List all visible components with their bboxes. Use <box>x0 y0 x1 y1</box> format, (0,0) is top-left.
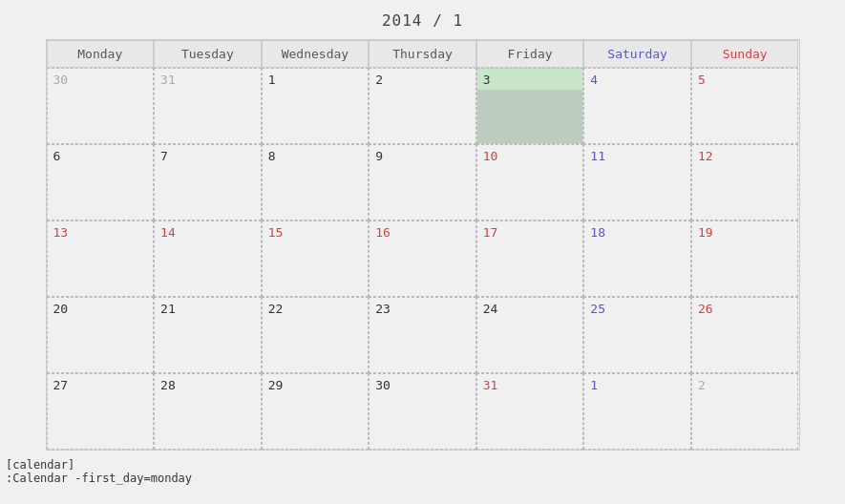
day-cell[interactable]: 5 <box>691 68 799 144</box>
day-number: 8 <box>268 149 276 163</box>
calendar-header: MondayTuesdayWednesdayThursdayFridaySatu… <box>47 40 799 68</box>
day-cell[interactable]: 11 <box>583 144 691 220</box>
day-number: 18 <box>590 225 605 240</box>
calendar-container: MondayTuesdayWednesdayThursdayFridaySatu… <box>46 39 800 451</box>
header-cell-wednesday: Wednesday <box>262 40 370 68</box>
day-cell[interactable]: 17 <box>476 220 584 297</box>
day-number: 13 <box>53 225 69 240</box>
day-cell[interactable]: 6 <box>47 144 155 220</box>
header-cell-thursday: Thursday <box>369 40 476 68</box>
day-cell[interactable]: 2 <box>369 68 476 144</box>
day-number: 1 <box>590 378 598 392</box>
day-cell[interactable]: 31 <box>154 68 262 144</box>
day-number: 17 <box>483 225 498 240</box>
day-cell[interactable]: 30 <box>369 373 476 450</box>
day-cell[interactable]: 23 <box>369 297 476 373</box>
day-number: 24 <box>483 302 498 316</box>
day-cell[interactable]: 15 <box>262 220 370 297</box>
day-cell[interactable]: 13 <box>47 220 155 297</box>
day-number: 12 <box>698 149 713 163</box>
day-number: 31 <box>483 378 498 392</box>
day-cell[interactable]: 25 <box>583 297 691 373</box>
calendar-grid: 3031123456789101112131415161718192021222… <box>47 68 799 450</box>
day-cell[interactable]: 8 <box>262 144 370 220</box>
day-number: 5 <box>698 73 706 87</box>
day-number: 3 <box>483 73 491 87</box>
header-cell-monday: Monday <box>47 40 155 68</box>
day-cell[interactable]: 9 <box>369 144 476 220</box>
day-number: 31 <box>160 73 176 87</box>
separator: / <box>433 11 443 30</box>
day-number: 19 <box>698 225 713 240</box>
day-number: 29 <box>268 378 284 392</box>
day-number: 16 <box>375 225 391 240</box>
day-cell[interactable]: 10 <box>476 144 584 220</box>
day-number: 25 <box>590 302 605 316</box>
day-number: 11 <box>590 149 605 163</box>
day-number: 4 <box>590 73 598 87</box>
calendar-title: 2014 / 1 <box>382 11 463 30</box>
day-number: 21 <box>160 302 176 316</box>
day-cell[interactable]: 27 <box>47 373 155 450</box>
day-cell[interactable]: 1 <box>262 68 370 144</box>
day-cell[interactable]: 19 <box>691 220 799 297</box>
day-number: 10 <box>483 149 498 163</box>
day-number: 22 <box>268 302 284 316</box>
day-cell[interactable]: 30 <box>47 68 155 144</box>
day-number: 27 <box>53 378 69 392</box>
bottom-bar: [calendar] :Calendar -first_day=monday <box>0 451 845 489</box>
day-number: 2 <box>375 73 383 87</box>
year-label: 2014 <box>382 11 423 30</box>
day-cell[interactable]: 16 <box>369 220 476 297</box>
day-number: 26 <box>698 302 713 316</box>
month-label: 1 <box>453 11 463 30</box>
day-cell[interactable]: 4 <box>583 68 691 144</box>
day-number: 30 <box>375 378 391 392</box>
day-cell[interactable]: 26 <box>691 297 799 373</box>
day-cell[interactable]: 1 <box>583 373 691 450</box>
header-cell-friday: Friday <box>476 40 584 68</box>
day-cell[interactable]: 7 <box>154 144 262 220</box>
day-cell[interactable]: 3 <box>476 68 584 144</box>
day-number: 20 <box>53 302 69 316</box>
day-number: 15 <box>268 225 284 240</box>
day-cell[interactable]: 21 <box>154 297 262 373</box>
footer-line1: [calendar] <box>6 458 839 472</box>
day-cell[interactable]: 12 <box>691 144 799 220</box>
day-cell[interactable]: 29 <box>262 373 370 450</box>
header-cell-tuesday: Tuesday <box>154 40 262 68</box>
day-number: 14 <box>160 225 176 240</box>
day-number: 9 <box>375 149 383 163</box>
header-cell-saturday: Saturday <box>583 40 691 68</box>
day-number: 2 <box>698 378 706 392</box>
day-cell[interactable]: 22 <box>262 297 370 373</box>
day-number: 23 <box>375 302 391 316</box>
day-cell[interactable]: 2 <box>691 373 799 450</box>
day-cell[interactable]: 14 <box>154 220 262 297</box>
day-cell[interactable]: 31 <box>476 373 584 450</box>
day-cell[interactable]: 18 <box>583 220 691 297</box>
day-number: 7 <box>160 149 168 163</box>
footer-line2: :Calendar -first_day=monday <box>6 472 839 485</box>
day-cell[interactable]: 20 <box>47 297 155 373</box>
day-cell[interactable]: 24 <box>476 297 584 373</box>
page-wrapper: 2014 / 1 MondayTuesdayWednesdayThursdayF… <box>0 0 845 504</box>
day-number: 30 <box>53 73 69 87</box>
header-cell-sunday: Sunday <box>691 40 799 68</box>
day-cell[interactable]: 28 <box>154 373 262 450</box>
day-number: 6 <box>53 149 61 163</box>
day-number: 1 <box>268 73 276 87</box>
day-number: 28 <box>160 378 176 392</box>
